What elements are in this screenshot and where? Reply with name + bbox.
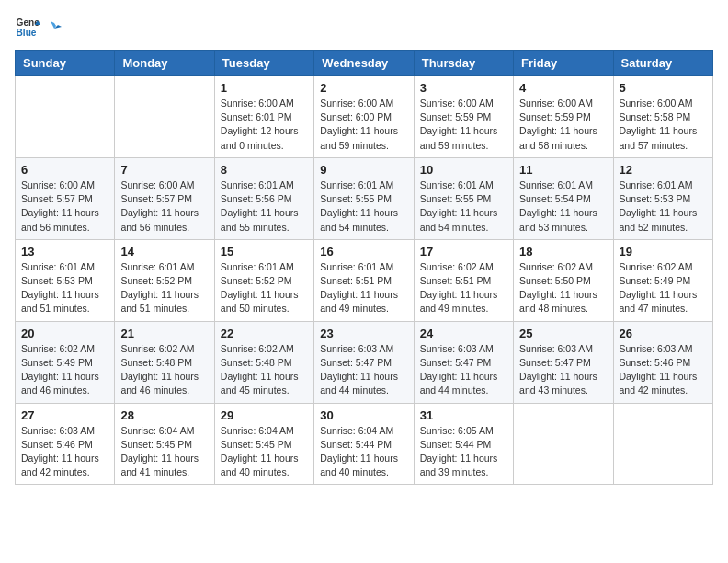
calendar-cell xyxy=(115,76,214,158)
week-row-2: 6Sunrise: 6:00 AM Sunset: 5:57 PM Daylig… xyxy=(16,157,713,239)
day-number: 17 xyxy=(420,245,507,259)
svg-text:Blue: Blue xyxy=(17,28,37,38)
calendar-cell: 30Sunrise: 6:04 AM Sunset: 5:44 PM Dayli… xyxy=(314,403,414,485)
week-row-4: 20Sunrise: 6:02 AM Sunset: 5:49 PM Dayli… xyxy=(16,321,713,403)
day-number: 5 xyxy=(620,81,707,95)
svg-marker-4 xyxy=(51,21,56,29)
day-number: 10 xyxy=(420,163,507,177)
week-row-5: 27Sunrise: 6:03 AM Sunset: 5:46 PM Dayli… xyxy=(16,403,713,485)
day-info: Sunrise: 6:00 AM Sunset: 5:57 PM Dayligh… xyxy=(21,178,108,235)
calendar-cell: 28Sunrise: 6:04 AM Sunset: 5:45 PM Dayli… xyxy=(115,403,214,485)
calendar-cell: 16Sunrise: 6:01 AM Sunset: 5:51 PM Dayli… xyxy=(314,239,414,321)
calendar-cell: 29Sunrise: 6:04 AM Sunset: 5:45 PM Dayli… xyxy=(214,403,313,485)
logo-icon: General Blue xyxy=(15,15,40,40)
day-info: Sunrise: 6:00 AM Sunset: 5:59 PM Dayligh… xyxy=(420,97,507,153)
day-info: Sunrise: 6:01 AM Sunset: 5:55 PM Dayligh… xyxy=(320,178,407,235)
day-number: 31 xyxy=(420,408,507,422)
day-info: Sunrise: 6:02 AM Sunset: 5:49 PM Dayligh… xyxy=(21,342,108,398)
weekday-header-row: SundayMondayTuesdayWednesdayThursdayFrid… xyxy=(16,51,713,76)
day-info: Sunrise: 6:02 AM Sunset: 5:50 PM Dayligh… xyxy=(519,260,607,316)
calendar-cell: 12Sunrise: 6:01 AM Sunset: 5:53 PM Dayli… xyxy=(613,157,712,239)
day-info: Sunrise: 6:01 AM Sunset: 5:51 PM Dayligh… xyxy=(320,260,407,316)
calendar-cell xyxy=(514,403,613,485)
calendar-table: SundayMondayTuesdayWednesdayThursdayFrid… xyxy=(15,50,713,485)
day-number: 6 xyxy=(21,163,108,177)
weekday-header-thursday: Thursday xyxy=(414,51,513,76)
calendar-cell: 6Sunrise: 6:00 AM Sunset: 5:57 PM Daylig… xyxy=(16,157,115,239)
day-number: 15 xyxy=(221,245,308,259)
day-info: Sunrise: 6:00 AM Sunset: 6:00 PM Dayligh… xyxy=(320,97,407,153)
day-info: Sunrise: 6:02 AM Sunset: 5:49 PM Dayligh… xyxy=(620,260,707,316)
calendar-cell xyxy=(613,403,712,485)
calendar-cell: 10Sunrise: 6:01 AM Sunset: 5:55 PM Dayli… xyxy=(414,157,513,239)
calendar-cell: 24Sunrise: 6:03 AM Sunset: 5:47 PM Dayli… xyxy=(414,321,513,403)
day-number: 9 xyxy=(320,163,407,177)
day-number: 16 xyxy=(320,245,407,259)
calendar-cell: 25Sunrise: 6:03 AM Sunset: 5:47 PM Dayli… xyxy=(514,321,613,403)
day-info: Sunrise: 6:04 AM Sunset: 5:45 PM Dayligh… xyxy=(221,424,308,480)
calendar-cell xyxy=(16,76,115,158)
day-number: 13 xyxy=(21,245,108,259)
weekday-header-monday: Monday xyxy=(115,51,214,76)
day-number: 28 xyxy=(120,408,208,422)
day-info: Sunrise: 6:01 AM Sunset: 5:53 PM Dayligh… xyxy=(620,178,707,235)
day-number: 11 xyxy=(519,163,607,177)
calendar-cell: 3Sunrise: 6:00 AM Sunset: 5:59 PM Daylig… xyxy=(414,76,513,158)
day-info: Sunrise: 6:03 AM Sunset: 5:46 PM Dayligh… xyxy=(620,342,707,398)
calendar-cell: 11Sunrise: 6:01 AM Sunset: 5:54 PM Dayli… xyxy=(514,157,613,239)
day-info: Sunrise: 6:04 AM Sunset: 5:45 PM Dayligh… xyxy=(120,424,208,480)
calendar-cell: 4Sunrise: 6:00 AM Sunset: 5:59 PM Daylig… xyxy=(514,76,613,158)
day-info: Sunrise: 6:00 AM Sunset: 5:58 PM Dayligh… xyxy=(620,97,707,153)
calendar-cell: 8Sunrise: 6:01 AM Sunset: 5:56 PM Daylig… xyxy=(214,157,313,239)
week-row-1: 1Sunrise: 6:00 AM Sunset: 6:01 PM Daylig… xyxy=(16,76,713,158)
calendar-cell: 31Sunrise: 6:05 AM Sunset: 5:44 PM Dayli… xyxy=(414,403,513,485)
day-number: 21 xyxy=(120,327,208,340)
day-info: Sunrise: 6:01 AM Sunset: 5:52 PM Dayligh… xyxy=(120,260,208,316)
day-info: Sunrise: 6:00 AM Sunset: 5:57 PM Dayligh… xyxy=(120,178,208,235)
day-number: 18 xyxy=(519,245,607,259)
day-number: 24 xyxy=(420,327,507,340)
day-info: Sunrise: 6:05 AM Sunset: 5:44 PM Dayligh… xyxy=(420,424,507,480)
calendar-cell: 17Sunrise: 6:02 AM Sunset: 5:51 PM Dayli… xyxy=(414,239,513,321)
day-number: 26 xyxy=(620,327,707,340)
calendar-cell: 22Sunrise: 6:02 AM Sunset: 5:48 PM Dayli… xyxy=(214,321,313,403)
day-info: Sunrise: 6:00 AM Sunset: 5:59 PM Dayligh… xyxy=(519,97,607,153)
day-number: 25 xyxy=(519,327,607,340)
day-info: Sunrise: 6:01 AM Sunset: 5:52 PM Dayligh… xyxy=(221,260,308,316)
day-info: Sunrise: 6:02 AM Sunset: 5:48 PM Dayligh… xyxy=(221,342,308,398)
calendar-cell: 21Sunrise: 6:02 AM Sunset: 5:48 PM Dayli… xyxy=(115,321,214,403)
day-info: Sunrise: 6:03 AM Sunset: 5:47 PM Dayligh… xyxy=(519,342,607,398)
weekday-header-sunday: Sunday xyxy=(16,51,115,76)
day-number: 22 xyxy=(221,327,308,340)
day-number: 8 xyxy=(221,163,308,177)
day-number: 29 xyxy=(221,408,308,422)
day-number: 23 xyxy=(320,327,407,340)
calendar-cell: 15Sunrise: 6:01 AM Sunset: 5:52 PM Dayli… xyxy=(214,239,313,321)
day-info: Sunrise: 6:02 AM Sunset: 5:51 PM Dayligh… xyxy=(420,260,507,316)
calendar-cell: 7Sunrise: 6:00 AM Sunset: 5:57 PM Daylig… xyxy=(115,157,214,239)
logo-bird-icon xyxy=(45,19,62,36)
day-info: Sunrise: 6:02 AM Sunset: 5:48 PM Dayligh… xyxy=(120,342,208,398)
week-row-3: 13Sunrise: 6:01 AM Sunset: 5:53 PM Dayli… xyxy=(16,239,713,321)
day-number: 7 xyxy=(120,163,208,177)
day-info: Sunrise: 6:04 AM Sunset: 5:44 PM Dayligh… xyxy=(320,424,407,480)
day-number: 19 xyxy=(620,245,707,259)
calendar-cell: 26Sunrise: 6:03 AM Sunset: 5:46 PM Dayli… xyxy=(613,321,712,403)
day-info: Sunrise: 6:01 AM Sunset: 5:55 PM Dayligh… xyxy=(420,178,507,235)
day-number: 4 xyxy=(519,81,607,95)
calendar-cell: 13Sunrise: 6:01 AM Sunset: 5:53 PM Dayli… xyxy=(16,239,115,321)
day-number: 12 xyxy=(620,163,707,177)
day-info: Sunrise: 6:00 AM Sunset: 6:01 PM Dayligh… xyxy=(221,97,308,153)
calendar-cell: 23Sunrise: 6:03 AM Sunset: 5:47 PM Dayli… xyxy=(314,321,414,403)
day-number: 2 xyxy=(320,81,407,95)
day-info: Sunrise: 6:03 AM Sunset: 5:46 PM Dayligh… xyxy=(21,424,108,480)
calendar-cell: 19Sunrise: 6:02 AM Sunset: 5:49 PM Dayli… xyxy=(613,239,712,321)
day-info: Sunrise: 6:01 AM Sunset: 5:53 PM Dayligh… xyxy=(21,260,108,316)
day-number: 27 xyxy=(21,408,108,422)
calendar-cell: 18Sunrise: 6:02 AM Sunset: 5:50 PM Dayli… xyxy=(514,239,613,321)
calendar-cell: 27Sunrise: 6:03 AM Sunset: 5:46 PM Dayli… xyxy=(16,403,115,485)
day-number: 1 xyxy=(221,81,308,95)
weekday-header-friday: Friday xyxy=(514,51,613,76)
logo: General Blue xyxy=(15,15,63,40)
day-number: 14 xyxy=(120,245,208,259)
